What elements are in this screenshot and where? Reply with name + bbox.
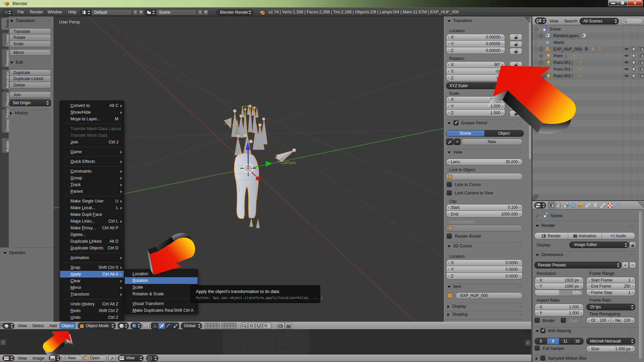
svg-text:|: | (572, 74, 573, 78)
svg-text:|: | (572, 67, 573, 72)
svg-text:Point: Point (553, 54, 563, 58)
svg-text:|: | (566, 54, 567, 58)
svg-text:|: | (581, 47, 582, 52)
svg-text:Point.003: Point.003 (553, 74, 571, 78)
svg-text:RenderLayers: RenderLayers (553, 34, 579, 38)
svg-text:|: | (572, 60, 573, 65)
svg-text:Point.001: Point.001 (553, 60, 571, 65)
svg-text:EXP_HUF_000: EXP_HUF_000 (553, 47, 581, 52)
svg-text:Scene: Scene (549, 27, 561, 32)
svg-text:Point.002: Point.002 (553, 67, 571, 72)
svg-text:World: World (553, 40, 564, 45)
